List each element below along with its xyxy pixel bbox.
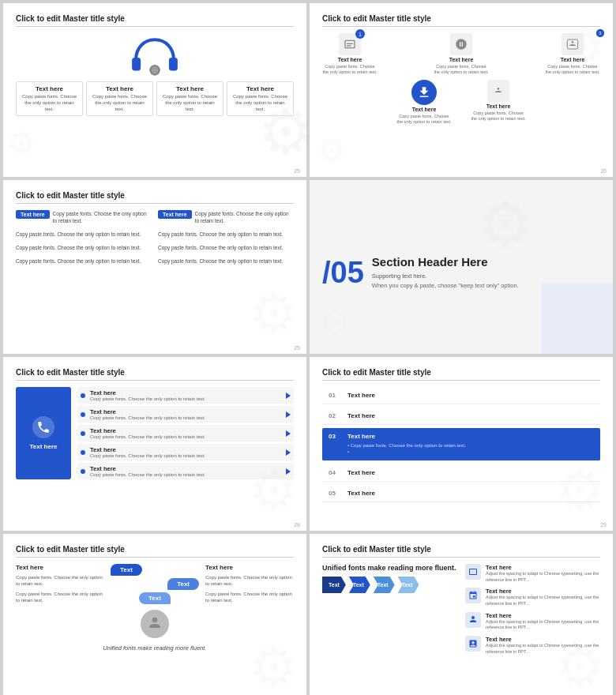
row-3-arrow [286,430,291,437]
center-upload-icon [411,80,437,105]
s7-left-text-1: Copy paste fonts. Choose the only option… [16,574,104,588]
s7-right-text-1: Copy paste fonts. Choose the only option… [205,574,294,588]
row-4-text: Copy paste fonts. Choose the only option… [90,453,281,458]
s7-right-col: Text here Copy paste fonts. Choose the o… [205,564,294,638]
node-3-icon [562,33,584,55]
s8-icon-2 [465,588,481,603]
slide-8: ⚙ Click to edit Master title style Unifi… [310,534,613,695]
s7-left-text-2: Copy paste fonts. Choose the only option… [16,591,104,604]
row-2: Text here Copy paste fonts. Choose the o… [77,406,294,423]
item-3-title: Text here [347,433,395,440]
s8-item-3-content: Text here Adjust the spacing to adapt to… [486,612,600,631]
s8-icon-4 [465,636,481,652]
slide-1: ⚙ ⚙ Click to edit Master title style Tex… [3,3,306,177]
left-panel-title: Text here [30,443,58,450]
dot-2 [81,412,85,417]
s8-item-1-title: Text here [486,564,600,571]
item-3-content: Text here • Copy paste fonts. Choose the… [347,433,594,456]
item-5-title: Text here [347,490,395,497]
s8-item-4: Text here Adjust the spacing to adapt to… [465,636,600,655]
item-4-title: Text here [347,469,395,476]
row-3-title: Text here [90,427,281,434]
list-item-3-active: 03 Text here • Copy paste fonts. Choose … [322,428,600,461]
row-5: Text here Copy paste fonts. Choose the o… [77,463,294,479]
section-header: Section Header Here [372,255,519,269]
dot-4 [81,450,85,455]
left-row-3: Copy paste fonts. Choose the only option… [16,242,152,251]
box-1: Text here Copy paste fonts. Choose the o… [16,81,83,116]
slide-2-flow: 1 Text here Copy paste fonts. Choose the… [322,33,600,126]
left-row-2: Copy paste fonts. Choose the only option… [16,229,152,238]
s7-right-title: Text here [205,564,294,571]
slide-3: ⚙ Click to edit Master title style Text … [3,180,306,354]
item-1-title: Text here [347,392,395,399]
section-sub2: When you copy & paste, choose "keep text… [372,281,519,291]
bubble-3: Text [139,592,171,604]
svg-rect-0 [132,58,141,71]
row-3: Text here Copy paste fonts. Choose the o… [77,425,294,441]
node-center: Text here Copy paste fonts. Choose the o… [396,80,452,125]
list-item-2: 02 Text here [322,408,600,425]
right-row-3: Copy paste fonts. Choose the only option… [158,242,294,251]
slide-7: ⚙ Click to edit Master title style Text … [3,534,306,695]
slide-1-num: 25 [294,168,300,174]
headphones-area [16,33,294,77]
slide-1-boxes: Text here Copy paste fonts. Choose the o… [16,81,294,116]
row-4: Text here Copy paste fonts. Choose the o… [77,444,294,460]
svg-rect-1 [169,58,178,71]
row-4-content: Text here Copy paste fonts. Choose the o… [90,446,281,458]
right-row-1: Text here Copy paste fonts. Choose the o… [158,210,294,224]
section-text-area: Section Header Here Supporting text here… [372,255,519,291]
box-3: Text here Copy paste fonts. Choose the o… [156,81,223,116]
row-5-title: Text here [90,465,281,472]
list-item-4: 04 Text here [322,464,600,482]
item-5-num: 05 [329,490,341,497]
slide-2-num: 26 [600,168,607,174]
slide-5-title: Click to edit Master title style [16,368,294,381]
arrow-4: Text [396,577,419,593]
col-right: Text here Copy paste fonts. Choose the o… [158,210,294,265]
item-1-num: 01 [329,392,341,399]
svg-point-3 [152,67,158,73]
right-row-2: Copy paste fonts. Choose the only option… [158,229,294,238]
bubble-1: Text [111,564,142,576]
decorative-blue-box [542,283,613,354]
node-1-icon: 1 [339,33,361,55]
arrow-3: Text [371,577,395,593]
left-row-4: Copy paste fonts. Choose the only option… [16,256,152,265]
slide-3-num: 25 [294,345,300,351]
arrow-2: Text [347,577,370,593]
badge-3: 3 [596,29,604,37]
s8-icon-3 [465,612,481,628]
avatar [141,610,169,638]
s8-item-1-content: Text here Adjust the spacing to adapt to… [486,564,600,583]
slide-6-num: 29 [600,522,607,528]
s8-item-3-title: Text here [486,612,600,619]
s8-right: Text here Adjust the spacing to adapt to… [465,564,600,656]
item-4-num: 04 [329,469,341,476]
list-item-5: 05 Text here [322,485,600,502]
node-2: Text here Copy paste fonts. Choose the o… [434,33,489,75]
s7-left-col: Text here Copy paste fonts. Choose the o… [16,564,104,638]
s8-item-2-text: Adjust the spacing to adapt to Chinese t… [486,595,600,607]
row-4-title: Text here [90,446,281,453]
section-number: /05 [322,257,364,287]
slide-7-footer: Unified fonts make reading more fluent. [16,644,294,652]
s8-item-2: Text here Adjust the spacing to adapt to… [465,588,600,607]
slide-grid: ⚙ ⚙ Click to edit Master title style Tex… [0,0,616,695]
row-4-arrow [286,449,291,456]
row-1-content: Text here Copy paste fonts. Choose the o… [90,389,281,401]
left-panel-icon [32,416,54,438]
s8-item-4-content: Text here Adjust the spacing to adapt to… [486,636,600,655]
row-1-text: Copy paste fonts. Choose the only option… [90,396,281,401]
s7-right-text-2: Copy paste fonts. Choose the only option… [205,591,294,604]
slide-5-rows: Text here Copy paste fonts. Choose the o… [77,387,294,479]
slide-2-title: Click to edit Master title style [322,14,600,27]
node-5-icon [487,80,509,102]
item-3-bullet: • Copy paste fonts. Choose the only opti… [347,442,594,456]
slide-7-content: Text here Copy paste fonts. Choose the o… [16,564,294,638]
slide-6: ⚙ Click to edit Master title style 01 Te… [310,357,613,531]
row-3-content: Text here Copy paste fonts. Choose the o… [90,427,281,439]
left-row-1: Text here Copy paste fonts. Choose the o… [16,210,152,224]
s8-item-2-title: Text here [486,588,600,595]
